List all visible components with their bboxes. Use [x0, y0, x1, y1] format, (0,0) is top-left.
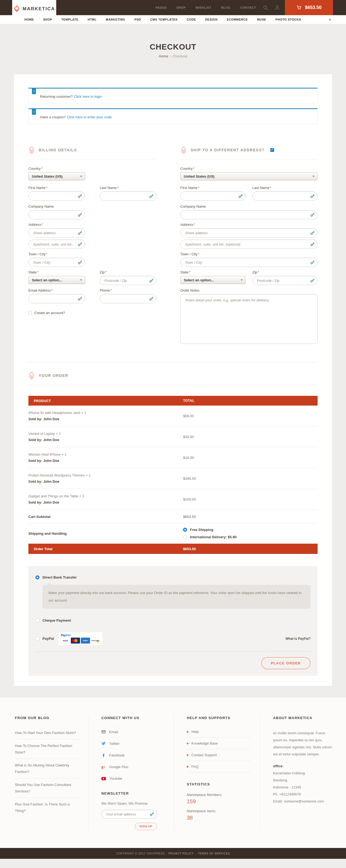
- sign-up-button[interactable]: SIGN UP: [135, 823, 157, 830]
- nav-item-photo-stocks[interactable]: PHOTO STOCKS: [275, 18, 301, 21]
- discover-icon: DISCOVER: [91, 638, 100, 644]
- billing-company-input[interactable]: [28, 210, 85, 219]
- divider: [28, 159, 157, 159]
- shipping-last-name-input[interactable]: [252, 191, 318, 200]
- cheque-option[interactable]: Cheque Payment: [35, 618, 311, 622]
- address-line: Bandung.: [273, 777, 333, 784]
- billing-country-select[interactable]: United States (US): [28, 172, 85, 180]
- radio-selected-icon[interactable]: [35, 575, 39, 579]
- nav-item-muse[interactable]: MUSE: [257, 18, 266, 21]
- top-menu-contact[interactable]: CONTACT: [240, 6, 256, 9]
- radio-selected-icon[interactable]: [183, 528, 187, 532]
- nav-item-ecommerce[interactable]: ECOMMERCE: [227, 18, 248, 21]
- brand-logo[interactable]: MARKETICA: [12, 0, 56, 18]
- top-menu-blog[interactable]: BLOG: [221, 6, 231, 9]
- billing-apartment-input[interactable]: [28, 240, 85, 249]
- contact-support-link[interactable]: Contact Support: [187, 753, 250, 761]
- shipping-street-input[interactable]: [180, 228, 318, 238]
- radio-icon[interactable]: [183, 535, 187, 539]
- nav-item-code[interactable]: CODE: [187, 18, 196, 21]
- create-account-checkbox[interactable]: [28, 311, 32, 315]
- help-link[interactable]: Help: [187, 730, 250, 738]
- breadcrumb-home-link[interactable]: Home: [159, 54, 168, 58]
- billing-zip-input[interactable]: [100, 276, 157, 285]
- place-order-button[interactable]: PLACE ORDER: [261, 657, 311, 669]
- youtube-social-link[interactable]: Youtube: [101, 776, 166, 780]
- shipping-zip-field: Zip*: [252, 270, 318, 285]
- order-row: Proton Absolute Wordpress Themes × 1 Sol…: [28, 468, 318, 489]
- login-link[interactable]: Click here to login: [74, 94, 102, 98]
- shipping-state-select[interactable]: Select an option...: [180, 276, 246, 284]
- billing-zip-field: Zip*: [100, 270, 157, 285]
- blog-link[interactable]: How To Start Your Own Fashion Store?: [15, 730, 80, 739]
- bank-transfer-option[interactable]: Direct Bank Transfer: [35, 575, 311, 579]
- billing-first-name-input[interactable]: [28, 191, 85, 200]
- nav-item-home[interactable]: HOME: [24, 18, 34, 21]
- blog-link[interactable]: Should You Use Fashion Consultant Servic…: [15, 782, 80, 798]
- shipping-country-select[interactable]: United States (US): [180, 172, 318, 180]
- required-mark: *: [198, 186, 200, 190]
- shipping-first-name-input[interactable]: [180, 191, 246, 200]
- billing-email-input[interactable]: [28, 294, 85, 303]
- ship-different-address-checkbox[interactable]: [270, 148, 274, 152]
- billing-first-name-field: First Name*: [28, 186, 85, 200]
- nav-item-design[interactable]: DESIGN: [205, 18, 218, 21]
- nav-item-psd[interactable]: PSD: [134, 18, 141, 21]
- billing-state-select[interactable]: Select an option...: [28, 276, 85, 284]
- blog-link[interactable]: What is So Alluring About Celebrity Fash…: [15, 762, 80, 778]
- shipping-zip-input[interactable]: [252, 276, 318, 285]
- cart-button[interactable]: $653.50: [285, 0, 333, 15]
- stacked-tags-icon: [28, 371, 35, 380]
- phone-label: Phone*: [100, 288, 157, 292]
- free-shipping-option[interactable]: Free Shipping: [183, 528, 237, 532]
- blog-link[interactable]: How To Choose The Perfect Fashion Store?: [15, 743, 80, 759]
- international-delivery-option[interactable]: International Delivery: $5.90: [183, 535, 237, 539]
- faq-link[interactable]: FAQ: [187, 765, 250, 772]
- newsletter-email-input[interactable]: [101, 810, 157, 818]
- order-notes-textarea[interactable]: [180, 294, 318, 344]
- radio-icon[interactable]: [35, 618, 39, 622]
- required-mark: *: [117, 186, 119, 190]
- billing-street-input[interactable]: [28, 228, 85, 238]
- nav-item-marketing[interactable]: MARKETING: [106, 18, 125, 21]
- top-menu-wishlist[interactable]: WISHLIST: [196, 6, 211, 9]
- product-total: $345.00: [183, 476, 196, 480]
- bank-transfer-label: Direct Bank Transfer: [42, 575, 77, 579]
- nav-item-template[interactable]: TEMPLATE: [61, 18, 78, 21]
- nav-item-html[interactable]: HTML: [88, 18, 97, 21]
- notice-text: Returning customer?: [40, 94, 73, 98]
- product-seller: Sold by: John Doe: [28, 459, 178, 463]
- coupon-link[interactable]: Click here to enter your code: [67, 115, 112, 119]
- nav-item-shop[interactable]: SHOP: [43, 18, 52, 21]
- privacy-policy-link[interactable]: PRIVACY POLICY: [168, 852, 194, 855]
- billing-town-input[interactable]: [28, 258, 85, 267]
- nav-more-icon[interactable]: »: [328, 19, 332, 20]
- google-plus-social-link[interactable]: g+ Google Plus: [101, 765, 166, 769]
- blog-link[interactable]: Plus Size Fashion: Is There Such a Thing…: [15, 801, 80, 817]
- order-table-header: PRODUCT TOTAL: [28, 396, 318, 406]
- radio-icon[interactable]: [35, 637, 39, 641]
- top-menu-shop[interactable]: SHOP: [176, 6, 186, 9]
- account-icon[interactable]: [275, 5, 280, 10]
- shipping-apartment-input[interactable]: [180, 240, 318, 249]
- shipping-town-input[interactable]: [180, 258, 318, 267]
- knowledge-base-link[interactable]: Knowledge Base: [187, 741, 250, 749]
- amex-icon: AMEX: [81, 638, 90, 644]
- product-name: Gadget and Things on the Table × 1: [28, 494, 178, 498]
- billing-phone-field: Phone*: [100, 288, 157, 303]
- connect-column-heading: CONNECT WITH US: [101, 716, 166, 720]
- product-seller: Sold by: John Doe: [28, 417, 178, 421]
- search-icon[interactable]: [263, 5, 268, 10]
- what-is-paypal-link[interactable]: What is PayPal?: [285, 637, 311, 641]
- terms-link[interactable]: TERMS OF SERVICES: [198, 852, 230, 855]
- shipping-company-input[interactable]: [180, 210, 318, 219]
- email-social-link[interactable]: Email: [101, 730, 166, 734]
- twitter-social-link[interactable]: Twitter: [101, 741, 166, 746]
- facebook-social-link[interactable]: Facebook: [101, 753, 166, 757]
- statistics-heading: STATISTICS: [187, 782, 252, 786]
- top-menu-pages[interactable]: PAGES: [155, 6, 167, 9]
- billing-last-name-input[interactable]: [100, 191, 157, 200]
- billing-phone-input[interactable]: [100, 294, 157, 303]
- nav-item-cms-templates[interactable]: CMS TEMPLATES: [150, 18, 178, 21]
- international-delivery-label: International Delivery: $5.90: [190, 535, 237, 539]
